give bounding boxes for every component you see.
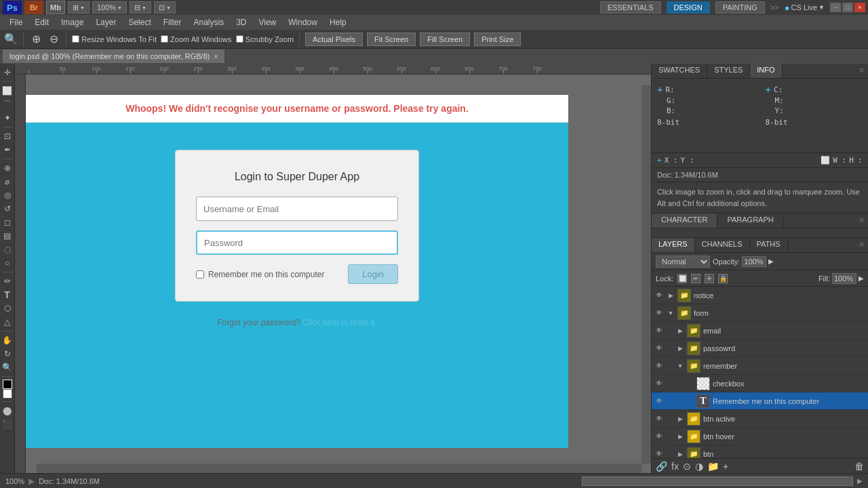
maximize-btn[interactable]: □ (842, 3, 853, 12)
move-tool[interactable]: ✛ (1, 66, 14, 79)
zoom-dropdown[interactable]: 100% (92, 1, 127, 14)
history-tool[interactable]: ↺ (1, 203, 14, 215)
layer-expand-arrow[interactable]: ▶ (676, 414, 684, 424)
eyedropper-tool[interactable]: ✒ (1, 144, 14, 156)
brush-tool[interactable]: ⌀ (1, 176, 14, 188)
scrubby-zoom-input[interactable] (236, 35, 243, 43)
view-dropdown[interactable]: ⊞ (68, 1, 90, 14)
menu-window[interactable]: Window (283, 16, 323, 28)
menu-filter[interactable]: Filter (158, 16, 187, 28)
zoom-in-icon[interactable]: ⊕ (29, 33, 43, 46)
opacity-arrow[interactable]: ▶ (768, 258, 774, 265)
dodge-tool[interactable]: ○ (1, 257, 14, 269)
layer-visibility-icon[interactable]: 👁 (654, 291, 664, 300)
stamp-tool[interactable]: ◎ (1, 189, 14, 201)
screen-mode[interactable]: ⬛ (1, 418, 14, 430)
add-mask-btn[interactable]: ⊙ (683, 461, 691, 472)
menu-layer[interactable]: Layer (90, 16, 121, 28)
tab-character[interactable]: CHARACTER (652, 214, 717, 228)
layer-visibility-icon[interactable]: 👁 (654, 414, 664, 424)
tab-paths[interactable]: PATHS (750, 238, 788, 252)
char-options-icon[interactable]: ≡ (856, 214, 868, 228)
lock-pixels-btn[interactable]: ⬜ (677, 274, 687, 283)
path-tool[interactable]: ⬡ (1, 302, 14, 314)
login-button[interactable]: Login (348, 264, 398, 284)
add-group-btn[interactable]: 📁 (707, 461, 719, 472)
ps-icon[interactable]: Ps (3, 1, 22, 14)
panel-options-icon[interactable]: ≡ (856, 64, 868, 78)
gradient-tool[interactable]: ▤ (1, 230, 14, 242)
layer-expand-arrow[interactable]: ▼ (667, 308, 675, 318)
lasso-tool[interactable]: ⌒ (1, 98, 14, 110)
layer-expand-arrow[interactable]: ▼ (676, 361, 684, 371)
blur-tool[interactable]: ◌ (1, 243, 14, 256)
scroll-right[interactable] (642, 85, 651, 464)
type-tool[interactable]: T (1, 289, 14, 301)
layer-item[interactable]: 👁TRemember me on this computer (652, 392, 868, 410)
menu-edit[interactable]: Edit (29, 16, 54, 28)
menu-select[interactable]: Select (123, 16, 156, 28)
remember-checkbox[interactable] (196, 270, 204, 279)
menu-analysis[interactable]: Analysis (188, 16, 229, 28)
painting-btn[interactable]: PAINTING (715, 1, 765, 14)
layer-visibility-icon[interactable]: 👁 (654, 344, 664, 353)
tab-layers[interactable]: LAYERS (652, 238, 695, 252)
print-size-btn[interactable]: Print Size (474, 33, 521, 46)
layout-dropdown[interactable]: ⊟ (130, 1, 151, 14)
layer-item[interactable]: 👁checkbox (652, 375, 868, 392)
reset-link[interactable]: Click here to reset it. (302, 318, 376, 327)
actual-pixels-btn[interactable]: Actual Pixels (305, 33, 363, 46)
menu-file[interactable]: File (4, 16, 28, 28)
hand-tool[interactable]: ✋ (1, 334, 14, 346)
mb-icon[interactable]: Mb (46, 1, 65, 14)
tab-channels[interactable]: CHANNELS (695, 238, 750, 252)
layer-item[interactable]: 👁▶📁email (652, 322, 868, 340)
add-layer-btn[interactable]: + (723, 461, 728, 472)
tab-paragraph[interactable]: PARAGRAPH (717, 214, 783, 228)
menu-help[interactable]: Help (324, 16, 352, 28)
fill-screen-btn[interactable]: Fill Screen (420, 33, 470, 46)
add-style-btn[interactable]: fx (671, 461, 679, 472)
lock-position-btn[interactable]: ✏ (691, 274, 701, 283)
zoom-canvas-tool[interactable]: 🔍 (1, 361, 14, 373)
blend-mode-select[interactable]: Normal (656, 256, 710, 268)
opacity-input[interactable] (742, 256, 766, 267)
layer-expand-arrow[interactable] (686, 396, 694, 406)
zoom-all-checkbox[interactable]: Zoom All Windows (161, 35, 231, 43)
wand-tool[interactable]: ✦ (1, 112, 14, 124)
marquee-tool[interactable]: ⬜ (1, 85, 14, 97)
menu-view[interactable]: View (253, 16, 281, 28)
bg-color[interactable] (3, 389, 12, 399)
zoom-out-icon[interactable]: ⊖ (47, 33, 60, 46)
br-icon[interactable]: Br (24, 1, 43, 14)
menu-3d[interactable]: 3D (231, 16, 252, 28)
zoom-all-input[interactable] (161, 35, 168, 43)
design-btn[interactable]: DESIGN (667, 1, 710, 14)
tab-info[interactable]: INFO (750, 64, 782, 78)
fill-arrow[interactable]: ▶ (859, 274, 864, 282)
more-btn[interactable]: >> (770, 3, 779, 12)
layer-item[interactable]: 👁▼📁remember (652, 357, 868, 375)
layer-item[interactable]: 👁▶📁btn hover (652, 428, 868, 445)
layer-item[interactable]: 👁▼📁form (652, 304, 868, 322)
layer-expand-arrow[interactable] (686, 379, 694, 388)
add-adjustment-btn[interactable]: ◑ (695, 461, 703, 472)
doc-tab-item[interactable]: login.psd @ 100% (Remember me on this co… (3, 49, 224, 63)
layer-visibility-icon[interactable]: 👁 (654, 379, 664, 388)
fill-input[interactable] (832, 273, 856, 284)
rotate-tool[interactable]: ↻ (1, 348, 14, 360)
layer-expand-arrow[interactable]: ▶ (676, 326, 684, 336)
layer-visibility-icon[interactable]: 👁 (654, 396, 664, 406)
layer-visibility-icon[interactable]: 👁 (654, 308, 664, 318)
pen-tool[interactable]: ✏ (1, 275, 14, 287)
layer-visibility-icon[interactable]: 👁 (654, 361, 664, 371)
link-layers-btn[interactable]: 🔗 (656, 461, 667, 472)
eraser-tool[interactable]: ◻ (1, 216, 14, 228)
essentials-btn[interactable]: ESSENTIALS (600, 1, 661, 14)
layer-item[interactable]: 👁▶📁notice (652, 287, 868, 304)
layout2-dropdown[interactable]: ⊡ (154, 1, 176, 14)
scroll-bottom[interactable] (37, 464, 642, 473)
fit-screen-btn[interactable]: Fit Screen (367, 33, 416, 46)
scroll-right-icon[interactable]: ▶ (857, 477, 863, 485)
tab-styles[interactable]: STYLES (707, 64, 750, 78)
